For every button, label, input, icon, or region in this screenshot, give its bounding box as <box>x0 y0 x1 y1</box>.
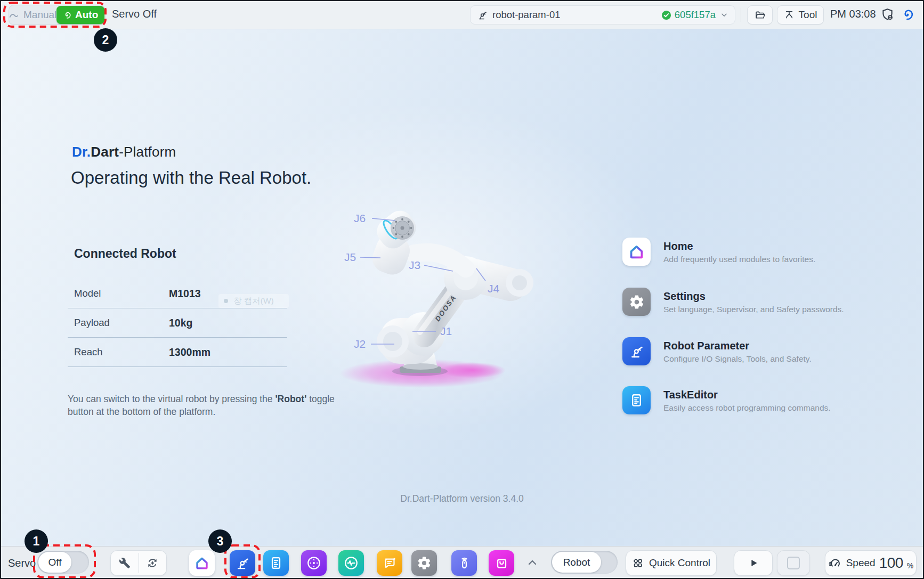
quick-control-button[interactable]: Quick Control <box>626 550 717 576</box>
topbar-divider <box>741 8 741 22</box>
joint-label-j2: J2 <box>354 338 366 350</box>
shortcut-taskeditor[interactable]: TaskEditor Easily access robot programmi… <box>622 386 831 414</box>
mode-auto-segment[interactable]: Auto <box>56 6 104 24</box>
card-desc: Easily access robot programming commands… <box>663 403 831 413</box>
folder-icon <box>755 10 766 21</box>
spec-label: Payload <box>68 317 169 329</box>
robot-toggle-knob[interactable]: Robot <box>552 552 601 573</box>
capture-tooltip-text: 창 캡처(W) <box>233 296 274 307</box>
mode-manual-segment[interactable]: Manual <box>9 9 56 21</box>
taskeditor-app-icon[interactable] <box>622 386 651 414</box>
robot-arm-icon <box>629 344 645 360</box>
app-window: Manual Auto Servo Off robot-param-01 605… <box>0 0 924 579</box>
dock-monitoring-button[interactable] <box>338 550 364 576</box>
annotation-badge-3: 3 <box>208 529 232 553</box>
shortcut-home[interactable]: Home Add frequently used modules to favo… <box>622 238 815 266</box>
servo-toggle-knob[interactable]: Off <box>38 552 71 573</box>
stop-button[interactable] <box>777 550 810 576</box>
recenter-icon <box>146 557 159 569</box>
dock-remote-button[interactable] <box>451 550 477 576</box>
dock-home-button[interactable] <box>189 550 215 576</box>
speedometer-icon <box>828 556 842 570</box>
card-desc: Add frequently used modules to favorites… <box>663 255 815 264</box>
play-icon <box>748 557 759 569</box>
brand-dart: Dart <box>91 144 119 160</box>
mode-auto-label: Auto <box>75 9 98 21</box>
spec-label: Reach <box>68 346 169 358</box>
dock-message-button[interactable] <box>377 550 402 576</box>
card-desc: Set language, Supervisor, and Safety pas… <box>663 305 844 314</box>
table-row: Payload 10kg <box>68 308 287 338</box>
settings-app-icon[interactable] <box>622 288 651 316</box>
chevron-up-icon[interactable] <box>526 556 539 569</box>
document-icon <box>269 556 283 570</box>
home-app-icon[interactable] <box>622 238 651 266</box>
version-label: Dr.Dart-Platform version 3.4.0 <box>1 493 923 504</box>
servo-toggle[interactable]: Off <box>37 551 89 574</box>
speed-unit: % <box>907 561 913 570</box>
bottom-bar: Servo Off Robot Quick Control <box>1 546 923 579</box>
speed-label: Speed <box>846 557 876 569</box>
grid-icon <box>632 557 644 569</box>
dock-taskeditor-button[interactable] <box>263 550 289 576</box>
joint-label-j1: J1 <box>440 325 452 337</box>
tool-button[interactable]: Tool <box>777 5 824 25</box>
robot-illustration: DOOSAN <box>321 205 566 402</box>
dock-jog-button[interactable] <box>301 550 327 576</box>
joint-label-j5: J5 <box>344 251 356 263</box>
house-icon <box>628 243 645 260</box>
house-icon <box>194 555 210 571</box>
card-title: Robot Parameter <box>663 340 812 352</box>
shortcut-settings[interactable]: Settings Set language, Supervisor, and S… <box>622 288 844 316</box>
card-title: Settings <box>663 290 844 303</box>
robot-mode-toggle[interactable]: Robot <box>551 551 618 574</box>
brand-dr: Dr. <box>72 144 91 160</box>
shield-user-icon[interactable] <box>880 7 895 22</box>
chat-icon <box>382 556 398 571</box>
wrench-icon <box>119 557 131 569</box>
dpad-icon <box>306 555 322 571</box>
top-bar: Manual Auto Servo Off robot-param-01 605… <box>1 1 923 29</box>
speed-value: 100 <box>879 554 903 572</box>
mode-toggle[interactable]: Manual Auto <box>9 5 106 25</box>
robot-parameter-name: robot-param-01 <box>492 9 561 21</box>
tool-stand-icon <box>784 10 795 20</box>
joint-label-j6: J6 <box>354 212 366 224</box>
recenter-button[interactable] <box>139 551 167 575</box>
play-button[interactable] <box>734 550 773 576</box>
dock-robot-parameter-button[interactable] <box>230 550 255 576</box>
sync-spiral-icon[interactable] <box>901 7 915 22</box>
capture-ghost-tooltip: 창 캡처(W) <box>218 294 289 308</box>
waveform-icon <box>343 555 359 571</box>
speed-button[interactable]: Speed 100 % <box>825 550 917 576</box>
shortcut-robot-parameter[interactable]: Robot Parameter Configure I/O Signals, T… <box>622 337 812 365</box>
servo-state-label: Servo Off <box>112 8 157 20</box>
clock-label: PM 03:08 <box>830 8 876 20</box>
tool-button-label: Tool <box>799 9 817 21</box>
stop-icon <box>787 557 800 569</box>
chevron-down-icon[interactable] <box>720 11 728 19</box>
utility-button-group <box>110 550 167 576</box>
mode-manual-label: Manual <box>23 9 56 21</box>
robot-parameter-app-icon[interactable] <box>622 337 651 365</box>
open-file-button[interactable] <box>747 5 773 25</box>
wrench-button[interactable] <box>111 551 139 575</box>
auto-swirl-icon <box>63 11 72 20</box>
note-text: You can switch to the virtual robot by p… <box>68 394 275 404</box>
robot-parameter-pill[interactable]: robot-param-01 605f157a <box>470 5 735 25</box>
check-circle-icon <box>661 10 671 20</box>
leader-line-j5 <box>360 257 380 258</box>
brand-platform: -Platform <box>119 144 176 160</box>
card-desc: Configure I/O Signals, Tools, and Safety… <box>663 354 812 364</box>
virtual-robot-note: You can switch to the virtual robot by p… <box>68 393 337 418</box>
dock-store-button[interactable] <box>489 550 514 576</box>
dock-settings-button[interactable] <box>411 550 437 576</box>
spec-label: Model <box>68 288 169 299</box>
robot-toggle-value: Robot <box>563 557 590 568</box>
manual-arm-icon <box>9 10 20 21</box>
robot-arm-icon <box>477 10 488 21</box>
annotation-badge-1: 1 <box>25 529 48 553</box>
remote-icon <box>457 556 472 571</box>
page-title: Operating with the Real Robot. <box>71 168 311 188</box>
connected-robot-heading: Connected Robot <box>74 247 176 261</box>
